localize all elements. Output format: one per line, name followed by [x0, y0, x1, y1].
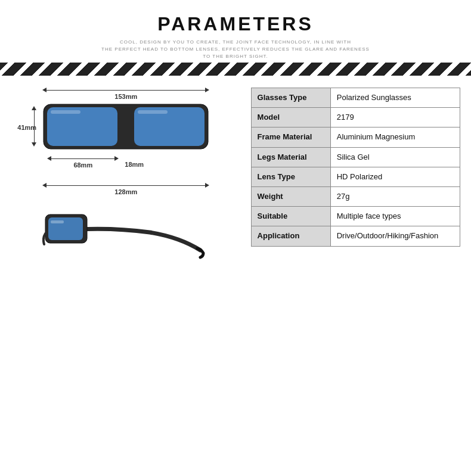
left-panel: 153mm 41mm: [11, 82, 241, 470]
arrow-right-153: [205, 88, 209, 92]
dim-label-41: 41mm: [17, 124, 36, 131]
spec-value-2: Aluminium Magnesium: [330, 127, 460, 147]
arrow-down-41: [32, 142, 36, 147]
spec-value-7: Drive/Outdoor/Hiking/Fashion: [330, 226, 460, 246]
dim-label-128: 128mm: [42, 188, 209, 195]
spec-label-3: Legs Material: [251, 147, 330, 167]
spec-label-1: Model: [251, 108, 330, 127]
spec-label-2: Frame Material: [251, 127, 330, 147]
spec-row-2: Frame MaterialAluminium Magnesium: [251, 127, 460, 147]
spec-value-3: Silica Gel: [330, 147, 460, 167]
spec-row-0: Glasses TypePolarized Sunglasses: [251, 88, 460, 108]
specs-table: Glasses TypePolarized SunglassesModel217…: [251, 88, 460, 247]
spec-label-0: Glasses Type: [251, 88, 330, 108]
spec-label-7: Application: [251, 226, 330, 246]
subtitle-line1: COOL, DESIGN BY YOU TO CREATE, THE JOINT…: [101, 39, 370, 46]
spec-row-5: Weight27g: [251, 186, 460, 206]
dim-line-68: [51, 158, 114, 159]
arrow-left-68: [47, 156, 51, 161]
spec-row-7: ApplicationDrive/Outdoor/Hiking/Fashion: [251, 226, 460, 246]
svg-rect-8: [51, 220, 64, 223]
svg-rect-4: [51, 110, 80, 114]
page-title: PARAMETERS: [0, 13, 471, 35]
spec-label-5: Weight: [251, 186, 330, 206]
spec-label-4: Lens Type: [251, 167, 330, 186]
spec-label-6: Suitable: [251, 207, 330, 226]
dim-line-153: [47, 90, 205, 91]
page-container: PARAMETERS COOL, DESIGN BY YOU TO CREATE…: [0, 0, 471, 476]
arrow-up-41: [32, 106, 36, 110]
svg-rect-5: [138, 110, 168, 114]
title-section: PARAMETERS: [0, 0, 471, 39]
arrow-right-68: [114, 156, 119, 161]
spec-row-1: Model2179: [251, 108, 460, 127]
arrow-left-128: [42, 183, 47, 188]
arrow-right-128: [205, 183, 209, 188]
subtitle: COOL, DESIGN BY YOU TO CREATE, THE JOINT…: [101, 39, 370, 60]
main-content: 153mm 41mm: [0, 76, 471, 476]
stripe-divider: [0, 63, 471, 76]
spec-value-5: 27g: [330, 186, 460, 206]
svg-rect-3: [117, 118, 134, 129]
arrow-left-153: [42, 88, 47, 92]
dim-line-128: [47, 185, 205, 186]
subtitle-line3: TO THE BRIGHT SIGHT.: [101, 53, 370, 60]
right-panel: Glasses TypePolarized SunglassesModel217…: [251, 82, 460, 470]
dim-label-18: 18mm: [125, 161, 144, 169]
spec-row-6: SuitableMultiple face types: [251, 207, 460, 226]
glasses-side-svg: [42, 197, 209, 268]
spec-value-6: Multiple face types: [330, 207, 460, 226]
dim-label-153: 153mm: [42, 93, 209, 100]
spec-value-0: Polarized Sunglasses: [330, 88, 460, 108]
spec-row-4: Lens TypeHD Polarized: [251, 167, 460, 186]
spec-value-1: 2179: [330, 108, 460, 127]
glasses-front-svg: [42, 101, 209, 155]
subtitle-line2: THE PERFECT HEAD TO BOTTOM LENSES, EFFEC…: [101, 46, 370, 53]
spec-row-3: Legs MaterialSilica Gel: [251, 147, 460, 167]
dim-label-68: 68mm: [47, 161, 119, 169]
spec-value-4: HD Polarized: [330, 167, 460, 186]
